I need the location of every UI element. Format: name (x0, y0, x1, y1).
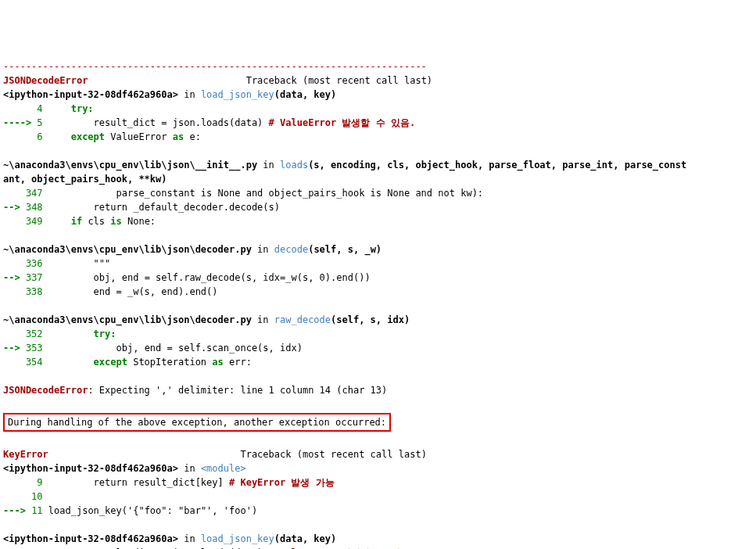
source-file: <ipython-input-32-08df462a960a> (3, 533, 178, 544)
in-word: in (252, 314, 274, 325)
code-line: end = _w(s, end).end() (48, 286, 218, 297)
error-name: KeyError (3, 449, 48, 460)
code-line: result_dict = json.loads(data) (48, 117, 269, 128)
module-name: <module> (201, 463, 246, 474)
code-comment: # KeyError 발생 가능 (229, 477, 335, 488)
code-line: """ (48, 258, 110, 269)
source-file: ~\anaconda3\envs\cpu_env\lib\json\__init… (3, 160, 257, 170)
in-word: in (252, 244, 274, 255)
line-number: 338 (3, 286, 48, 297)
code-line: load_json_key('{"foo": "bar"', 'foo') (48, 505, 257, 516)
code-keyword: try: (48, 328, 116, 339)
source-file: <ipython-input-32-08df462a960a> (3, 89, 178, 100)
separator: ----------------------------------------… (3, 61, 427, 72)
line-number: 4 (3, 103, 48, 114)
traceback-output: ----------------------------------------… (3, 59, 753, 549)
line-number: 352 (3, 328, 48, 339)
function-name: load_json_key (201, 89, 274, 100)
in-word: in (257, 160, 280, 170)
code-line: obj, end = self.scan_once(s, idx) (48, 343, 303, 353)
line-number: 336 (3, 258, 48, 269)
code-line: cls (88, 216, 110, 227)
function-args: (data, key) (274, 89, 336, 100)
in-word: in (178, 463, 201, 474)
line-number: 354 (3, 357, 48, 368)
function-args: (self, s, _w) (308, 244, 382, 255)
code-keyword: as (173, 131, 190, 142)
code-line: None: (127, 216, 156, 227)
arrow-marker: --> (3, 343, 26, 353)
function-name: load_json_key (201, 533, 274, 544)
in-word: in (178, 89, 201, 100)
function-args: (data, key) (274, 533, 336, 544)
line-number: 348 (26, 202, 48, 213)
line-number: 349 (3, 216, 48, 227)
code-comment: # ValueError 발생할 수 있음. (269, 117, 416, 128)
code-keyword: except (48, 131, 110, 142)
traceback-label (48, 449, 241, 460)
function-args: ant, object_pairs_hook, **kw) (3, 174, 167, 185)
line-number: 9 (3, 477, 48, 488)
line-number: 5 (37, 117, 48, 128)
code-line: obj, end = self.raw_decode(s, idx=_w(s, … (48, 272, 371, 283)
arrow-marker: --> (3, 272, 26, 283)
code-keyword: if (48, 216, 88, 227)
source-file: ~\anaconda3\envs\cpu_env\lib\json\decode… (3, 244, 252, 255)
error-message: : Expecting ',' delimiter: line 1 column… (88, 385, 387, 396)
code-line: return _default_decoder.decode(s) (48, 202, 280, 213)
code-line: ValueError (110, 131, 172, 142)
line-number: 11 (31, 505, 48, 516)
code-line: err: (229, 357, 252, 368)
code-line: return result_dict[key] (48, 477, 229, 488)
function-args: (self, s, idx) (331, 314, 410, 325)
code-keyword: except (48, 357, 133, 368)
arrow-marker: ---> (3, 505, 31, 516)
code-keyword: try: (48, 103, 94, 114)
line-number: 337 (26, 272, 48, 283)
arrow-marker: --> (3, 202, 26, 213)
line-number: 353 (26, 343, 48, 353)
function-args: (s, encoding, cls, object_hook, parse_fl… (308, 160, 686, 170)
code-line: parse_constant is None and object_pairs_… (48, 188, 483, 199)
function-name: raw_decode (274, 314, 331, 325)
traceback-label: Traceback (most recent call last) (246, 75, 432, 86)
error-name: JSONDecodeError (3, 385, 88, 396)
source-file: <ipython-input-32-08df462a960a> (3, 463, 178, 474)
line-number: 10 (3, 491, 48, 502)
line-number: 6 (3, 131, 48, 142)
function-name: decode (274, 244, 308, 255)
source-file: ~\anaconda3\envs\cpu_env\lib\json\decode… (3, 314, 252, 325)
code-keyword: is (110, 216, 127, 227)
traceback-label (88, 75, 245, 86)
code-line: StopIteration (133, 357, 212, 368)
line-number: 347 (3, 188, 48, 199)
code-line: e: (189, 131, 200, 142)
error-name: JSONDecodeError (3, 75, 88, 86)
in-word: in (178, 533, 201, 544)
during-handling-box: During handling of the above exception, … (3, 413, 391, 432)
traceback-label: Traceback (most recent call last) (240, 449, 426, 460)
function-name: loads (280, 160, 308, 170)
code-keyword: as (212, 357, 229, 368)
arrow-marker: ----> (3, 117, 37, 128)
